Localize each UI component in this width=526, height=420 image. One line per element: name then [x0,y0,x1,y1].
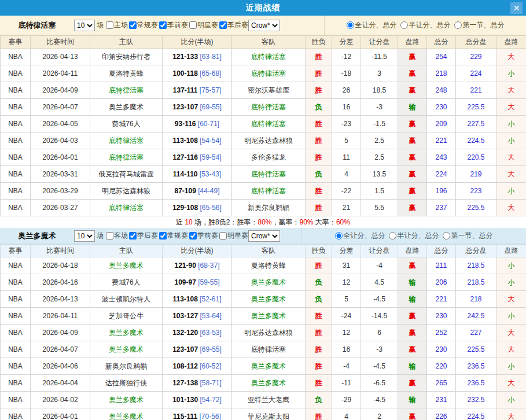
cell-score: 123-107 [69-55] [163,99,232,116]
filterbar-section-2: 奥兰多魔术 10 场 客场季后赛常规赛季前赛明星赛 Crow* 全让分、总分半让… [0,228,526,244]
cell-score: 103-127 [53-64] [163,308,232,325]
market-radio[interactable]: 半让分、总分 [400,20,451,30]
cell-date: 2026-04-04 [31,375,90,392]
cell-league: NBA [1,308,31,325]
cell-handicap-line: -3 [361,99,398,116]
market-radio[interactable]: 全让分、总分 [347,20,397,30]
cell-score: 100-118 [65-68] [163,65,232,82]
cell-date: 2026-04-07 [31,99,90,116]
cell-point-diff: -11 [332,375,361,392]
cell-score: 87-109 [44-49] [163,183,232,200]
column-header: 让分盘 [361,245,398,257]
cell-point-diff: 26 [332,82,361,99]
filter-checkbox[interactable]: 季后赛 [218,20,248,30]
cell-date: 2026-03-27 [31,200,90,216]
cell-home-team: 底特律活塞 [90,132,163,149]
cell-total-line: 225.5 [456,99,496,116]
radio-input[interactable] [389,232,396,240]
filter-checkbox[interactable]: 客场 [105,231,128,241]
close-icon[interactable]: ✕ [510,2,523,14]
radio-input[interactable] [454,21,462,29]
cell-league: NBA [1,82,31,99]
market-radio[interactable]: 全让分、总分 [335,231,385,241]
filter-checkbox[interactable]: 常规赛 [158,231,188,241]
radio-input[interactable] [443,232,450,240]
radio-input[interactable] [347,21,354,29]
cell-home-team: 夏洛特黄蜂 [90,65,163,82]
cell-league: NBA [1,116,31,132]
table-row: NBA2026-04-01奥兰多魔术115-111 [70-56]菲尼克斯太阳胜… [1,408,526,420]
cell-handicap-line: 2.5 [361,132,398,149]
column-header: 盘路 [398,36,427,49]
summary-segment: 60% [336,218,350,226]
header-row: 赛事比赛时间主队比分(半场)客队胜负分差让分盘盘路总分总分盘盘路 [1,36,526,49]
cell-over-under: 小 [496,132,526,149]
checkbox-input[interactable] [189,21,197,29]
cell-away-team: 菲尼克斯太阳 [232,408,306,420]
cell-score: 93-116 [60-71] [163,116,232,132]
radio-label: 半让分、总分 [409,20,451,30]
filter-checkbox[interactable]: 季前赛 [158,20,188,30]
cell-point-diff: 4 [332,166,361,183]
filter-checkbox[interactable]: 季前赛 [188,231,218,241]
cell-point-diff: 5 [332,291,361,308]
checkbox-input[interactable] [129,232,137,240]
cell-score: 101-130 [54-72] [163,392,232,408]
filter-checkbox[interactable]: 常规赛 [128,20,158,30]
checkbox-input[interactable] [129,21,137,29]
cell-handicap-line: 3 [361,65,398,82]
checkbox-input[interactable] [159,21,167,29]
checkbox-input[interactable] [219,21,227,29]
games-count-select-2[interactable]: 10 [74,230,95,242]
market-radio[interactable]: 第一节、总分 [454,20,505,30]
table-row: NBA2026-04-09底特律活塞137-111 [75-57]密尔沃基雄鹿胜… [1,82,526,99]
cell-handicap-line: -4 [361,257,398,274]
column-header: 盘路 [398,245,427,257]
cell-total-line: 221 [456,82,496,99]
cell-away-team: 奥兰多魔术 [232,291,306,308]
cell-total-line: 218.5 [456,257,496,274]
odds-company-select-1[interactable]: Crow* [248,20,280,31]
cell-point-diff: -29 [332,392,361,408]
radio-input[interactable] [335,232,343,240]
table-row: NBA2026-04-18奥兰多魔术121-90 [68-37]夏洛特黄蜂胜31… [1,257,526,274]
market-radio[interactable]: 半让分、总分 [389,231,439,241]
checkbox-input[interactable] [189,232,197,240]
checkbox-input[interactable] [219,232,227,240]
filter-checkbox[interactable]: 主场 [105,20,128,30]
column-header: 胜负 [306,36,332,49]
table-row: NBA2026-04-05费城76人93-116 [60-71]底特律活塞胜-2… [1,116,526,132]
table-row: NBA2026-04-03底特律活塞113-108 [54-54]明尼苏达森林狼… [1,132,526,149]
column-header: 主队 [90,245,163,257]
table-1-header: 赛事比赛时间主队比分(半场)客队胜负分差让分盘盘路总分总分盘盘路 [1,36,526,49]
checkbox-input[interactable] [159,232,167,240]
radio-input[interactable] [400,21,408,29]
radio-group-2: 全让分、总分半让分、总分第一节、总分 [301,228,526,244]
cell-away-team: 亚特兰大老鹰 [232,392,306,408]
checkbox-label: 客场 [114,231,128,241]
cell-league: NBA [1,65,31,82]
cell-score: 127-138 [58-71] [163,375,232,392]
checkbox-input[interactable] [106,21,113,29]
filterbar-section-1: 底特律活塞 10 场 主场常规赛季前赛明星赛季后赛 Crow* 全让分、总分半让… [0,16,526,35]
cell-result: 胜 [306,200,332,216]
column-header: 让分盘 [361,36,398,49]
odds-company-select-2[interactable]: Crow* [248,230,280,242]
cell-over-under: 小 [496,65,526,82]
checkbox-input[interactable] [106,232,113,240]
filter-checkbox[interactable]: 明星赛 [188,20,218,30]
games-count-select-1[interactable]: 10 [74,20,95,31]
cell-handicap-result: 赢 [398,132,427,149]
market-radio[interactable]: 第一节、总分 [443,231,493,241]
results-table-2: 赛事比赛时间主队比分(半场)客队胜负分差让分盘盘路总分总分盘盘路 NBA2026… [0,244,526,420]
filter-checkbox[interactable]: 明星赛 [218,231,248,241]
cell-total-points: 265 [427,375,456,392]
cell-point-diff: -12 [332,49,361,65]
cell-result: 胜 [306,375,332,392]
column-header: 总分 [427,36,456,49]
column-header: 比分(半场) [163,36,232,49]
filter-checkbox[interactable]: 季后赛 [128,231,158,241]
column-header: 总分 [427,245,456,257]
table-row: NBA2026-04-01底特律活塞127-116 [59-54]多伦多猛龙胜1… [1,149,526,166]
column-header: 盘路 [496,245,526,257]
